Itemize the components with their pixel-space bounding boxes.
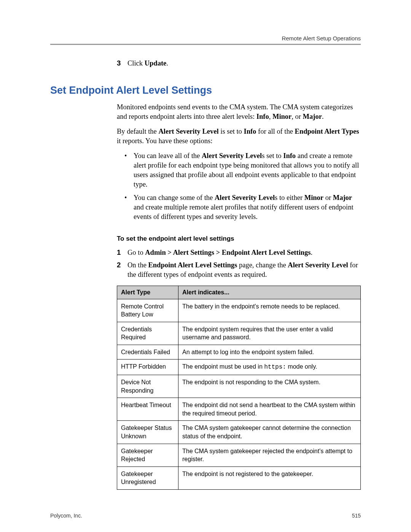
bullet-2: • You can change some of the Alert Sever… [124,193,361,222]
cell-desc: The endpoint must be used in https: mode… [178,359,361,375]
bullet-body: You can change some of the Alert Severit… [134,193,361,222]
bullet-icon: • [124,193,134,222]
cell-desc: The battery in the endpoint's remote nee… [178,299,361,322]
cell-type: Gatekeeper Status Unknown [117,421,178,444]
header-right: Remote Alert Setup Operations [282,35,361,42]
cell-desc: The endpoint is not responding to the CM… [178,375,361,398]
intro-paragraph-1: Monitored endpoints send events to the C… [117,102,361,121]
step-body: Click Update. [127,59,361,68]
step-number: 2 [117,260,127,280]
header-rule [50,44,361,45]
cell-desc: The endpoint system requires that the us… [178,322,361,345]
table-row: Credentials Failed An attempt to log int… [117,345,361,359]
cell-type: Gatekeeper Unregistered [117,466,178,489]
bullet-icon: • [124,151,134,189]
table-row: Heartbeat Timeout The endpoint did not s… [117,398,361,421]
table-row: Gatekeeper Rejected The CMA system gatek… [117,444,361,466]
cell-type: Remote Control Battery Low [117,299,178,322]
cell-type: Heartbeat Timeout [117,398,178,421]
step-number: 3 [117,59,127,68]
col-header-desc: Alert indicates... [178,286,361,299]
table-row: Remote Control Battery Low The battery i… [117,299,361,322]
table-row: HTTP Forbidden The endpoint must be used… [117,359,361,375]
intro-paragraph-2: By default the Alert Severity Level is s… [117,127,361,146]
bullet-1: • You can leave all of the Alert Severit… [124,151,361,189]
alerts-table: Alert Type Alert indicates... Remote Con… [117,286,361,490]
cell-type: HTTP Forbidden [117,359,178,375]
step-number: 1 [117,248,127,257]
page-footer: Polycom, Inc. 515 [50,513,361,519]
page-header: Remote Alert Setup Operations [50,35,361,44]
step-body: Go to Admin > Alert Settings > Endpoint … [127,248,361,257]
cell-desc: An attempt to log into the endpoint syst… [178,345,361,359]
cell-type: Credentials Required [117,322,178,345]
step-1: 1 Go to Admin > Alert Settings > Endpoin… [117,248,361,257]
page: Remote Alert Setup Operations 3 Click Up… [0,0,411,532]
table-row: Credentials Required The endpoint system… [117,322,361,345]
step-3: 3 Click Update. [117,59,361,68]
step-2: 2 On the Endpoint Alert Level Settings p… [117,260,361,280]
cell-desc: The CMA system gatekeeper rejected the e… [178,444,361,466]
procedure-heading: To set the endpoint alert level settings [117,235,361,243]
table-row: Device Not Responding The endpoint is no… [117,375,361,398]
footer-left: Polycom, Inc. [50,513,82,519]
table-row: Gatekeeper Status Unknown The CMA system… [117,421,361,444]
table-row: Gatekeeper Unregistered The endpoint is … [117,466,361,489]
cell-type: Gatekeeper Rejected [117,444,178,466]
bullet-body: You can leave all of the Alert Severity … [134,151,361,189]
cell-desc: The endpoint is not registered to the ga… [178,466,361,489]
cell-type: Device Not Responding [117,375,178,398]
cell-type: Credentials Failed [117,345,178,359]
cell-desc: The CMA system gatekeeper cannot determi… [178,421,361,444]
col-header-type: Alert Type [117,286,178,299]
cell-desc: The endpoint did not send a heartbeat to… [178,398,361,421]
page-content: 3 Click Update. Set Endpoint Alert Level… [117,59,361,490]
step-body: On the Endpoint Alert Level Settings pag… [127,260,361,280]
section-heading: Set Endpoint Alert Level Settings [50,83,361,97]
footer-page-number: 515 [352,513,361,519]
table-header-row: Alert Type Alert indicates... [117,286,361,299]
